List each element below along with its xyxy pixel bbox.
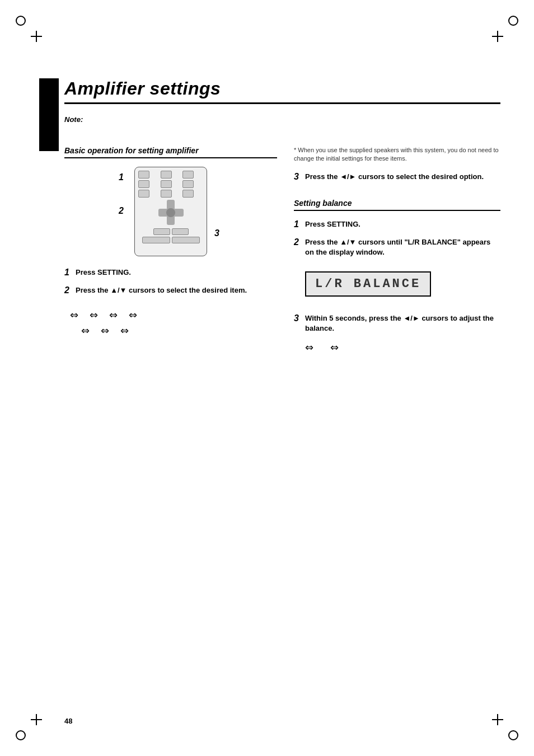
main-content: Amplifier settings Note: Basic operation… bbox=[64, 78, 500, 359]
arrow-icon-6: ⇔ bbox=[101, 325, 109, 337]
basic-operation-heading: Basic operation for setting amplifier bbox=[64, 146, 277, 158]
corner-mark-bl bbox=[16, 730, 26, 740]
arrow-icon-3: ⇔ bbox=[109, 309, 118, 321]
arrows-diagram-step2: ⇔ ⇔ ⇔ ⇔ ⇔ ⇔ ⇔ bbox=[64, 303, 277, 346]
basic-step-2: 2 Press the ▲/▼ cursors to select the de… bbox=[64, 285, 277, 295]
lcd-display-container: L/R BALANCE bbox=[305, 266, 500, 305]
remote-btn bbox=[172, 228, 189, 235]
step-number-2: 2 bbox=[64, 285, 73, 295]
corner-mark-br bbox=[508, 730, 518, 740]
remote-btn bbox=[161, 171, 172, 179]
remote-btn bbox=[182, 180, 194, 188]
remote-bottom-row-1 bbox=[138, 228, 203, 235]
remote-btn bbox=[161, 190, 172, 198]
remote-btn bbox=[138, 171, 149, 179]
balance-step-text-3: Within 5 seconds, press the ◄/► cursors … bbox=[305, 313, 500, 334]
remote-step-label-2: 2 bbox=[119, 206, 124, 216]
step-text-2: Press the ▲/▼ cursors to select the desi… bbox=[76, 285, 247, 295]
remote-btn bbox=[153, 228, 170, 235]
balance-step-number-2: 2 bbox=[294, 237, 303, 247]
remote-btn bbox=[161, 180, 172, 188]
balance-step-number-3: 3 bbox=[294, 313, 303, 323]
remote-dpad bbox=[158, 200, 184, 225]
remote-btn bbox=[138, 180, 149, 188]
arrows-row-2: ⇔ ⇔ ⇔ bbox=[70, 325, 271, 337]
crosshair-tl bbox=[31, 31, 42, 42]
arrows-row-1: ⇔ ⇔ ⇔ ⇔ bbox=[70, 309, 271, 321]
arrow-icon-2: ⇔ bbox=[90, 309, 98, 321]
remote-top-buttons bbox=[138, 171, 203, 198]
remote-bottom-row-2 bbox=[138, 237, 203, 243]
page-number: 48 bbox=[64, 717, 72, 725]
arrow-icon-1: ⇔ bbox=[70, 309, 78, 321]
crosshair-tr bbox=[492, 31, 503, 42]
basic-step-1: 1 Press SETTING. bbox=[64, 267, 277, 278]
corner-mark-tr bbox=[508, 16, 518, 26]
step-text-3: Press the ◄/► cursors to select the desi… bbox=[305, 172, 484, 182]
note-label: Note: bbox=[64, 115, 500, 124]
balance-step-1: 1 Press SETTING. bbox=[294, 219, 500, 229]
balance-arrow-left: ⇔ bbox=[305, 341, 313, 354]
remote-dpad-center bbox=[166, 208, 175, 217]
balance-arrows-diagram: ⇔ ⇔ bbox=[305, 341, 500, 354]
right-column: * When you use the supplied speakers wit… bbox=[294, 146, 500, 359]
balance-step-2: 2 Press the ▲/▼ cursors until "L/R BALAN… bbox=[294, 237, 500, 257]
arrow-icon-7: ⇔ bbox=[120, 325, 129, 337]
two-column-layout: Basic operation for setting amplifier 1 … bbox=[64, 146, 500, 359]
balance-arrow-right: ⇔ bbox=[330, 341, 339, 354]
setting-balance-section: Setting balance 1 Press SETTING. 2 Press… bbox=[294, 199, 500, 354]
remote-btn bbox=[138, 190, 149, 198]
balance-step-text-1: Press SETTING. bbox=[305, 219, 360, 229]
balance-step-text-2: Press the ▲/▼ cursors until "L/R BALANCE… bbox=[305, 237, 500, 257]
left-column: Basic operation for setting amplifier 1 … bbox=[64, 146, 277, 359]
remote-illustration: 1 2 3 bbox=[64, 167, 277, 256]
remote-btn bbox=[182, 171, 194, 179]
arrow-icon-4: ⇔ bbox=[129, 309, 137, 321]
lcd-display: L/R BALANCE bbox=[305, 271, 431, 297]
remote-dpad-container bbox=[138, 200, 203, 225]
step-number-1: 1 bbox=[64, 267, 73, 278]
remote-step-label-3: 3 bbox=[214, 228, 219, 238]
basic-step-3: 3 Press the ◄/► cursors to select the de… bbox=[294, 172, 500, 182]
crosshair-br bbox=[492, 714, 503, 725]
chapter-sidebar bbox=[39, 78, 59, 151]
balance-step-3: 3 Within 5 seconds, press the ◄/► cursor… bbox=[294, 313, 500, 334]
remote-control bbox=[134, 167, 207, 256]
corner-mark-tl bbox=[16, 16, 26, 26]
remote-btn bbox=[142, 237, 170, 243]
remote-btn bbox=[182, 190, 194, 198]
remote-btn bbox=[172, 237, 200, 243]
remote-step-label-1: 1 bbox=[119, 172, 124, 182]
step-text-1: Press SETTING. bbox=[76, 267, 131, 278]
balance-step-number-1: 1 bbox=[294, 219, 303, 229]
setting-balance-heading: Setting balance bbox=[294, 199, 500, 211]
page-title: Amplifier settings bbox=[64, 78, 500, 104]
crosshair-bl bbox=[31, 714, 42, 725]
step-number-3: 3 bbox=[294, 172, 303, 182]
remote-bottom-buttons bbox=[138, 228, 203, 243]
asterisk-note: * When you use the supplied speakers wit… bbox=[294, 146, 500, 163]
arrow-icon-5: ⇔ bbox=[81, 325, 90, 337]
